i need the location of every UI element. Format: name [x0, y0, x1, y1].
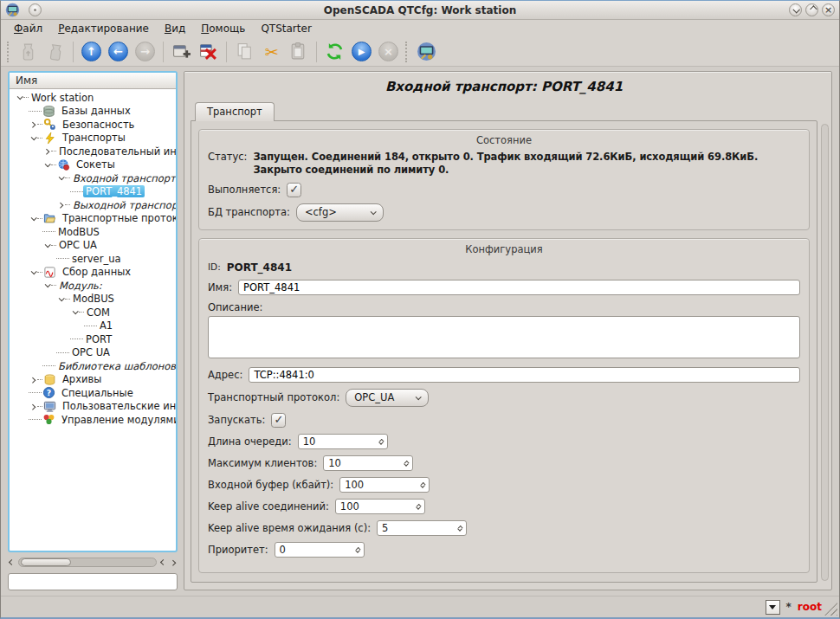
tree-item[interactable]: Сокеты	[13, 158, 176, 172]
user-combo-button[interactable]	[766, 600, 780, 615]
start-button[interactable]: ▶	[348, 39, 375, 64]
tree-item-label: COM	[84, 306, 113, 319]
tree-item[interactable]: Базы данных	[13, 105, 176, 119]
app-icon	[5, 3, 20, 17]
tree-connector	[51, 164, 56, 165]
spinner-arrows-icon[interactable]	[417, 504, 420, 509]
menu-item[interactable]: Редактирование	[50, 21, 157, 36]
spinner-field[interactable]: 10	[323, 455, 413, 471]
spinner-field[interactable]: 0	[275, 542, 365, 558]
expander-closed-icon[interactable]	[29, 404, 37, 409]
name-input[interactable]	[238, 280, 800, 295]
tree-item[interactable]: COM	[13, 306, 176, 319]
tree-item[interactable]: PORT	[13, 332, 176, 346]
back-button[interactable]: ←	[105, 39, 132, 64]
menu-item[interactable]: Помощь	[193, 21, 253, 36]
chevron-down-icon	[416, 394, 422, 400]
expander-open-icon[interactable]	[29, 270, 37, 274]
tree-item[interactable]: PORT_4841	[13, 185, 176, 199]
tree-item[interactable]: Безопасность	[13, 118, 176, 132]
panel-vscrollbar[interactable]	[821, 124, 829, 581]
tree-item[interactable]: ModBUS	[13, 293, 176, 306]
expander-open-icon[interactable]	[15, 95, 23, 100]
menu-item[interactable]: Файл	[6, 21, 50, 36]
cut-button[interactable]: ✂	[258, 39, 285, 64]
menu-item[interactable]: Вид	[157, 21, 193, 36]
scroll-right-icon[interactable]	[170, 560, 178, 564]
tree-item[interactable]: ModBUS	[13, 225, 176, 239]
tree-item[interactable]: Библиотека шаблонов:	[13, 359, 176, 373]
tree-connector	[70, 339, 83, 339]
expander-open-icon[interactable]	[29, 136, 37, 140]
tree-header[interactable]: Имя	[10, 73, 176, 89]
spinner-arrows-icon[interactable]	[458, 526, 462, 531]
tree-item[interactable]: OPC UA	[13, 239, 176, 253]
add-item-button[interactable]	[168, 39, 195, 64]
tostart-checkbox[interactable]	[271, 413, 286, 428]
expander-closed-icon[interactable]	[29, 377, 37, 382]
expander-closed-icon[interactable]	[42, 149, 51, 153]
refresh-button[interactable]	[321, 39, 348, 64]
spinner-arrows-icon[interactable]	[404, 461, 408, 466]
tree-item[interactable]: Входной транспорт:	[13, 171, 176, 185]
tree-item[interactable]: server_ua	[13, 252, 176, 266]
up-level-button[interactable]: ↑	[78, 39, 105, 64]
expander-open-icon[interactable]	[56, 297, 65, 301]
tree-item[interactable]: Архивы	[13, 373, 176, 387]
spinner-arrows-icon[interactable]	[421, 482, 424, 487]
expander-open-icon[interactable]	[29, 216, 37, 221]
spinner-arrows-icon[interactable]	[356, 547, 359, 552]
resize-grip-icon[interactable]	[824, 603, 837, 616]
tree-filter-input[interactable]	[8, 573, 178, 590]
scroll-left2-icon[interactable]	[159, 560, 167, 564]
qtstarter-button[interactable]	[413, 39, 440, 64]
tab-transport[interactable]: Транспорт	[195, 102, 275, 121]
close-button[interactable]: ×	[822, 3, 835, 16]
tabbar: Транспорт	[191, 101, 817, 120]
address-input[interactable]	[249, 367, 800, 383]
scrollbar-thumb[interactable]	[21, 558, 71, 566]
description-textarea[interactable]	[208, 316, 800, 358]
expander-closed-icon[interactable]	[56, 203, 65, 207]
remove-item-button[interactable]	[195, 39, 222, 64]
toolbar-handle[interactable]	[405, 42, 410, 62]
expander-open-icon[interactable]	[42, 283, 51, 287]
window-menu-button[interactable]	[29, 3, 42, 16]
tree-item[interactable]: A1	[13, 319, 176, 333]
toolbar-handle[interactable]	[7, 42, 11, 62]
expander-open-icon[interactable]	[42, 163, 51, 167]
tree-item[interactable]: Пользовательские интерфейсы	[13, 400, 176, 414]
tree-connector	[37, 379, 42, 380]
scroll-left-icon[interactable]	[8, 560, 16, 564]
spinner-field[interactable]: 5	[377, 520, 467, 536]
expander-open-icon[interactable]	[70, 310, 79, 314]
minimize-button[interactable]	[789, 3, 802, 16]
db-combobox[interactable]: <cfg>	[296, 203, 384, 222]
expander-closed-icon[interactable]	[29, 122, 37, 126]
tree-item[interactable]: Сбор данных	[13, 266, 176, 280]
tree-item[interactable]: OPC UA	[13, 346, 176, 360]
running-label: Выполняется:	[208, 184, 281, 196]
tree-item[interactable]: Выходной транспорт:	[13, 198, 176, 212]
tree-item[interactable]: Управление модулями	[13, 413, 176, 427]
menu-item[interactable]: QTStarter	[253, 21, 319, 36]
tree-item[interactable]: Модуль:	[13, 279, 176, 293]
running-checkbox[interactable]	[287, 183, 301, 197]
spinner-arrows-icon[interactable]	[379, 439, 383, 444]
spinner-field[interactable]: 100	[339, 477, 430, 493]
maximize-button[interactable]	[805, 3, 818, 16]
tree-item[interactable]: Транспорты	[13, 132, 176, 145]
tostart-label: Запускать:	[208, 414, 265, 426]
scrollbar-groove[interactable]	[18, 558, 157, 567]
tree-item[interactable]: Work station	[13, 91, 176, 105]
expander-open-icon[interactable]	[56, 176, 65, 180]
tree-item[interactable]: ?Специальные	[13, 386, 176, 400]
spinner-field[interactable]: 100	[335, 499, 425, 514]
tree-item[interactable]: Последовательный интерфейс	[13, 145, 176, 158]
tree-hscrollbar[interactable]	[8, 556, 178, 569]
expander-open-icon[interactable]	[42, 243, 51, 248]
tree-item-label: PORT	[83, 333, 114, 345]
tree-item[interactable]: Транспортные протоколы	[13, 212, 176, 226]
spinner-field[interactable]: 10	[298, 434, 388, 449]
protocol-combobox[interactable]: OPC_UA	[346, 389, 429, 407]
